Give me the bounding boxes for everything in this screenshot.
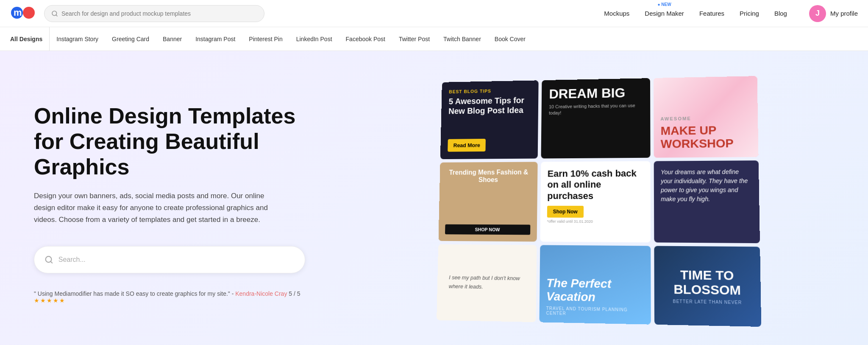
tile-path: I see my path but I don't know where it … xyxy=(437,244,537,323)
tile-blog-tips: BEST BLOG TIPS 5 Awesome Tips for New Bl… xyxy=(440,80,539,159)
hero-search-bar[interactable] xyxy=(34,246,305,273)
tile-4-title: Trending Mens Fashion & Shoes xyxy=(446,168,531,184)
profile-area[interactable]: J My profile xyxy=(809,5,858,22)
tile-makeup: AWESOME MAKE UP WORKSHOP xyxy=(654,76,759,158)
sub-nav-instagram-story[interactable]: Instagram Story xyxy=(50,27,105,51)
tile-4-button[interactable]: SHOP NOW xyxy=(445,224,530,235)
header-search-bar[interactable] xyxy=(44,5,264,22)
tile-5-headline: Earn 10% cash back on all online purchas… xyxy=(547,168,644,202)
tile-1-title: 5 Awesome Tips for New Blog Post Idea xyxy=(448,95,531,116)
testimonial-author: Kendra-Nicole Cray xyxy=(235,290,287,297)
tile-7-text: I see my path but I don't know where it … xyxy=(444,268,530,297)
sub-nav: All Designs Instagram Story Greeting Car… xyxy=(0,27,868,51)
testimonial-quote: " Using Mediamodifier has made it SO eas… xyxy=(34,290,234,297)
hero-left: Online Design Templates for Creating Bea… xyxy=(0,51,331,345)
svg-line-6 xyxy=(50,261,52,263)
hero-right: BEST BLOG TIPS 5 Awesome Tips for New Bl… xyxy=(331,51,868,345)
tile-cashback: Earn 10% cash back on all online purchas… xyxy=(540,161,651,243)
sub-nav-banner[interactable]: Banner xyxy=(156,27,189,51)
testimonial-rating: 5 / 5 xyxy=(289,290,300,297)
tile-5-note: *offer valid until 31.01.2020 xyxy=(547,219,644,224)
tile-quote: Your dreams are what define your individ… xyxy=(654,160,760,243)
svg-point-1 xyxy=(23,7,35,19)
hero-search-input[interactable] xyxy=(58,256,295,264)
header: m Mockups Design Maker Features Pricing … xyxy=(0,0,868,27)
tile-9-headline: TIME TO BLOSSOM xyxy=(661,267,754,297)
sub-nav-book-cover[interactable]: Book Cover xyxy=(488,27,532,51)
testimonial: " Using Mediamodifier has made it SO eas… xyxy=(34,290,305,304)
sub-nav-pinterest-pin[interactable]: Pinterest Pin xyxy=(242,27,289,51)
sub-nav-twitch-banner[interactable]: Twitch Banner xyxy=(437,27,488,51)
avatar: J xyxy=(809,5,826,22)
tile-blossom: TIME TO BLOSSOM BETTER LATE THAN NEVER xyxy=(654,246,761,327)
tile-2-headline: DREAM BIG xyxy=(549,86,643,101)
main-nav: Mockups Design Maker Features Pricing Bl… xyxy=(604,5,858,22)
sub-nav-instagram-post[interactable]: Instagram Post xyxy=(189,27,242,51)
svg-text:m: m xyxy=(14,7,22,18)
tile-3-headline: MAKE UP WORKSHOP xyxy=(661,124,751,151)
hero-title: Online Design Templates for Creating Bea… xyxy=(34,104,305,180)
tile-2-subtext: 10 Creative writing hacks that you can u… xyxy=(549,102,643,116)
tile-8-sub: TRAVEL AND TOURISM PLANNING CENTER xyxy=(546,306,644,317)
nav-item-features[interactable]: Features xyxy=(699,10,724,17)
nav-item-design-maker[interactable]: Design Maker xyxy=(645,10,684,17)
tile-dream-big: DREAM BIG 10 Creative writing hacks that… xyxy=(541,78,650,158)
tile-6-quote: Your dreams are what define your individ… xyxy=(661,167,752,204)
sub-nav-linkedin-post[interactable]: LinkedIn Post xyxy=(289,27,339,51)
sub-nav-all-designs[interactable]: All Designs xyxy=(10,27,50,51)
profile-name: My profile xyxy=(830,10,858,17)
search-input[interactable] xyxy=(61,10,257,17)
tile-vacation: The Perfect Vacation TRAVEL AND TOURISM … xyxy=(539,245,651,324)
tile-1-button[interactable]: Read More xyxy=(448,139,486,152)
sub-nav-twitter-post[interactable]: Twitter Post xyxy=(392,27,437,51)
sub-nav-greeting-card[interactable]: Greeting Card xyxy=(105,27,156,51)
logo[interactable]: m xyxy=(10,4,44,23)
sub-nav-facebook-post[interactable]: Facebook Post xyxy=(339,27,392,51)
search-icon xyxy=(51,10,58,17)
nav-item-blog[interactable]: Blog xyxy=(774,10,787,17)
hero-description: Design your own banners, ads, social med… xyxy=(34,190,280,226)
svg-line-4 xyxy=(56,15,57,16)
tile-fashion: Trending Mens Fashion & Shoes SHOP NOW xyxy=(438,162,537,241)
tile-5-button[interactable]: Shop Now xyxy=(547,206,584,218)
hero-search-icon xyxy=(45,255,53,264)
tile-8-headline: The Perfect Vacation xyxy=(546,277,644,305)
mosaic: BEST BLOG TIPS 5 Awesome Tips for New Bl… xyxy=(437,76,761,327)
nav-item-mockups[interactable]: Mockups xyxy=(604,10,629,17)
nav-item-pricing[interactable]: Pricing xyxy=(740,10,759,17)
hero-section: Online Design Templates for Creating Bea… xyxy=(0,51,868,345)
testimonial-stars: ★★★★★ xyxy=(34,297,66,304)
